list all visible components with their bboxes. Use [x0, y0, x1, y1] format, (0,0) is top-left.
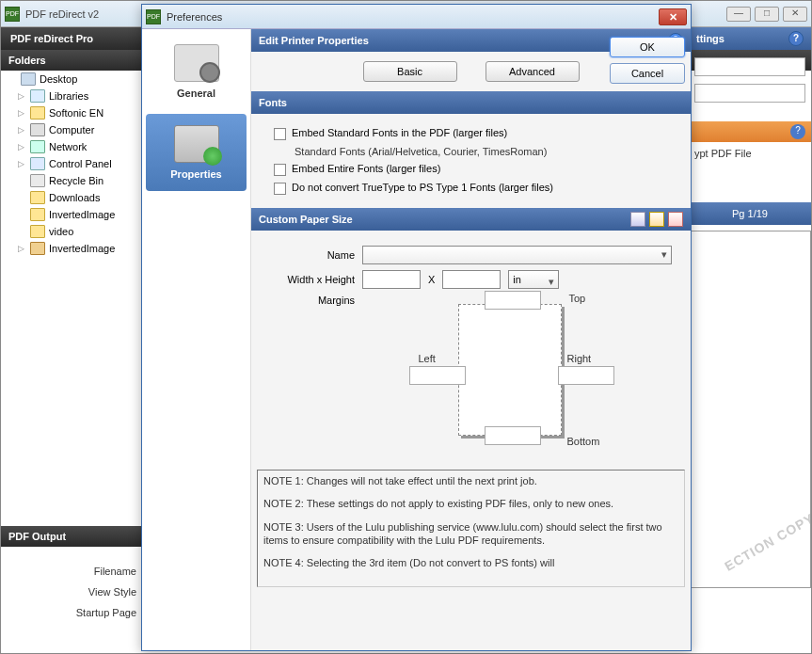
unit-combo[interactable]: in: [508, 270, 559, 289]
close-button[interactable]: ✕: [783, 7, 807, 22]
folder-icon: [30, 174, 45, 187]
right-label: Right: [567, 353, 592, 364]
folder-label: Downloads: [49, 192, 100, 203]
nav-properties[interactable]: Properties: [146, 114, 247, 191]
dialog-titlebar[interactable]: PDF Preferences ✕: [142, 5, 691, 29]
settings-header: ttings ?: [689, 27, 811, 50]
folder-label: Recycle Bin: [49, 175, 103, 186]
tree-twisty-icon[interactable]: ▷: [18, 125, 26, 135]
folder-item[interactable]: Desktop: [1, 71, 141, 88]
folder-icon: [30, 157, 45, 170]
page-outline: [458, 304, 562, 436]
app-icon: PDF: [5, 7, 20, 22]
margin-bottom-input[interactable]: [485, 426, 541, 445]
folder-label: Softonic EN: [49, 107, 103, 119]
no-convert-label: Do not convert TrueType to PS Type 1 Fon…: [292, 182, 553, 193]
delete-paper-icon[interactable]: [668, 212, 683, 227]
help-icon[interactable]: ?: [788, 31, 804, 46]
basic-tab[interactable]: Basic: [363, 61, 457, 82]
folder-icon: [30, 89, 45, 103]
edit-paper-icon[interactable]: [649, 212, 664, 227]
security-header: ?: [689, 121, 811, 142]
pdf-preview[interactable]: ECTION COPY: [689, 231, 811, 588]
folder-icon: [30, 140, 45, 153]
folder-icon: [30, 123, 45, 136]
bottom-label: Bottom: [567, 436, 600, 447]
folder-item[interactable]: InvertedImage: [1, 206, 141, 223]
tree-twisty-icon[interactable]: ▷: [18, 91, 26, 101]
new-paper-icon[interactable]: [630, 212, 645, 227]
folder-label: Computer: [49, 124, 94, 136]
tree-twisty-icon[interactable]: ▷: [18, 108, 26, 118]
pdf-output-header: PDF Output: [1, 526, 142, 547]
dialog-title: Preferences: [167, 11, 659, 23]
folder-item[interactable]: ▷Control Panel: [1, 155, 141, 172]
embed-entire-checkbox[interactable]: [274, 164, 286, 176]
margin-top-input[interactable]: [485, 291, 541, 310]
std-fonts-list: Standard Fonts (Arial/Helvetica, Courier…: [295, 146, 547, 157]
nav-general[interactable]: General: [146, 33, 247, 110]
folder-label: Libraries: [49, 90, 88, 102]
folder-icon: [30, 242, 45, 255]
advanced-tab[interactable]: Advanced: [486, 61, 580, 82]
width-input[interactable]: [362, 270, 421, 289]
folder-item[interactable]: ▷Softonic EN: [1, 104, 141, 121]
tree-twisty-icon[interactable]: ▷: [18, 244, 26, 253]
dialog-close-button[interactable]: ✕: [659, 8, 687, 25]
folder-item[interactable]: ▷Network: [1, 138, 141, 155]
top-label: Top: [569, 293, 586, 304]
monitor-icon: [174, 44, 219, 82]
folder-item[interactable]: Recycle Bin: [1, 172, 141, 189]
folder-icon: [30, 106, 45, 120]
margins-diagram: Top Left Right Bottom: [409, 295, 626, 445]
preferences-dialog: PDF Preferences ✕ General Properties Edi…: [141, 4, 692, 651]
dialog-main: Edit Printer Properties ? Basic Advanced…: [251, 29, 691, 650]
folder-label: video: [49, 226, 73, 237]
cancel-button[interactable]: Cancel: [610, 63, 685, 84]
right-panel: ttings ? ? ypt PDF File Pg 1/19 ECTION C…: [689, 27, 811, 648]
margins-label: Margins: [270, 295, 355, 306]
printer-icon: [174, 125, 219, 163]
encrypt-label: ypt PDF File: [689, 142, 811, 165]
no-convert-checkbox[interactable]: [274, 183, 286, 195]
ok-button[interactable]: OK: [610, 37, 685, 57]
margin-left-input[interactable]: [409, 366, 466, 385]
tree-twisty-icon[interactable]: ▷: [18, 142, 26, 152]
folder-label: Desktop: [40, 73, 77, 85]
folder-item[interactable]: ▷InvertedImage: [1, 240, 141, 257]
folder-item[interactable]: Downloads: [1, 189, 141, 206]
note-4: NOTE 4: Selecting the 3rd item (Do not c…: [263, 556, 678, 569]
folder-icon: [30, 191, 45, 204]
folder-item[interactable]: ▷Libraries: [1, 88, 141, 104]
tree-twisty-icon[interactable]: ▷: [18, 159, 26, 168]
embed-std-checkbox[interactable]: [274, 128, 286, 140]
folder-label: Network: [49, 141, 87, 152]
notes-box[interactable]: NOTE 1: Changes will not take effect unt…: [257, 470, 685, 587]
maximize-button[interactable]: □: [755, 7, 779, 22]
paper-name-combo[interactable]: [362, 246, 672, 264]
minimize-button[interactable]: —: [726, 7, 751, 22]
settings-dropdown-1[interactable]: [694, 57, 805, 76]
folder-label: InvertedImage: [49, 209, 115, 220]
folder-label: InvertedImage: [49, 243, 115, 254]
settings-dropdown-2[interactable]: [694, 84, 805, 103]
folder-label: Control Panel: [49, 158, 112, 169]
wh-label: Width x Height: [270, 274, 355, 285]
help-icon[interactable]: ?: [790, 124, 805, 139]
height-input[interactable]: [442, 270, 501, 289]
folder-item[interactable]: video: [1, 223, 141, 240]
pdf-output-panel: Filename View Style Startup Page: [1, 547, 142, 637]
filename-label: Filename: [7, 566, 136, 577]
paper-header: Custom Paper Size: [251, 208, 691, 231]
folder-icon: [30, 225, 45, 238]
page-indicator: Pg 1/19: [689, 202, 811, 225]
note-1: NOTE 1: Changes will not take effect unt…: [263, 474, 678, 487]
folder-icon: [21, 72, 36, 86]
app-icon: PDF: [146, 9, 161, 24]
folder-item[interactable]: ▷Computer: [1, 121, 141, 138]
left-label: Left: [419, 353, 436, 364]
embed-entire-label: Embed Entire Fonts (larger files): [292, 163, 440, 174]
margin-right-input[interactable]: [558, 366, 614, 385]
name-label: Name: [270, 249, 355, 261]
note-3: NOTE 3: Users of the Lulu publishing ser…: [263, 520, 678, 548]
